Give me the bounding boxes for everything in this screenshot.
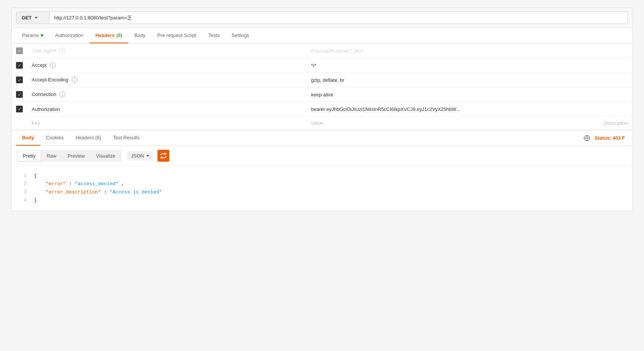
chevron-down-icon <box>35 17 38 19</box>
desc-cell: Description <box>576 117 632 130</box>
checkbox-checked[interactable]: ✓ <box>16 91 23 98</box>
check-cell: ✓ <box>12 87 27 102</box>
raw-button[interactable]: Raw <box>41 151 62 161</box>
value-cell: PostmanRuntime/7.29.0 <box>307 44 576 58</box>
check-cell: ✓ <box>12 102 27 117</box>
key-cell: Connection i <box>27 87 307 102</box>
table-row: ✓ User-Agent i PostmanRuntime/7.29.0 <box>12 44 632 58</box>
check-cell: ✓ <box>12 44 27 58</box>
format-select[interactable]: JSON <box>127 151 153 161</box>
table-row: ✓ Connection i keep-alive <box>12 87 632 102</box>
response-tab-cookies[interactable]: Cookies <box>40 130 70 146</box>
check-cell <box>12 117 27 130</box>
globe-icon[interactable] <box>584 135 590 142</box>
headers-badge: (8) <box>116 32 122 38</box>
response-tab-test-results[interactable]: Test Results <box>107 130 146 146</box>
checkbox-checked[interactable]: ✓ <box>16 77 23 83</box>
json-line-4: 4 } <box>19 196 625 205</box>
response-tabs: Body Cookies Headers (8) Test Results St… <box>12 130 632 146</box>
table-row: ✓ Authorization bearer eyJhbGciOiJIUzI1N… <box>12 102 632 117</box>
wrap-button[interactable] <box>157 150 169 162</box>
response-tab-headers[interactable]: Headers (8) <box>69 130 107 146</box>
status-badge: Status: 403 F <box>595 135 625 141</box>
main-container: GET Params Authorization Headers (8) Bod… <box>11 7 633 211</box>
table-row: ✓ Accept-Encoding i gzip, deflate, br <box>12 73 632 87</box>
table-row: ✓ Accept i */* <box>12 58 632 73</box>
format-bar: Pretty Raw Preview Visualize JSON <box>12 146 632 166</box>
key-cell: Authorization <box>27 102 307 117</box>
info-icon[interactable]: i <box>59 91 65 97</box>
tab-body[interactable]: Body <box>128 28 151 43</box>
response-tab-body[interactable]: Body <box>16 130 40 146</box>
tab-pre-request[interactable]: Pre-request Script <box>151 28 203 43</box>
key-cell: User-Agent i <box>27 44 307 58</box>
json-line-2: 2 "error" : "access_denied" , <box>19 180 625 188</box>
check-cell: ✓ <box>12 73 27 87</box>
wrap-icon <box>160 152 167 159</box>
checkbox-checked[interactable]: ✓ <box>16 47 23 54</box>
checkbox-checked[interactable]: ✓ <box>16 62 23 69</box>
empty-header-row: Key Value Description <box>12 117 632 130</box>
pretty-button[interactable]: Pretty <box>18 151 41 161</box>
value-cell: bearer eyJhbGciOiJIUzI1NiIsInR5cCI6IkpXV… <box>307 102 576 117</box>
headers-table: ✓ User-Agent i PostmanRuntime/7.29.0 ✓ A… <box>12 44 632 130</box>
key-cell: Accept-Encoding i <box>27 73 307 87</box>
check-cell: ✓ <box>12 58 27 73</box>
json-line-1: 1 { <box>19 172 625 180</box>
method-dropdown[interactable]: GET <box>16 12 50 24</box>
params-dot <box>41 34 43 37</box>
headers-section: ✓ User-Agent i PostmanRuntime/7.29.0 ✓ A… <box>12 44 632 130</box>
tab-params[interactable]: Params <box>16 28 49 43</box>
visualize-button[interactable]: Visualize <box>91 151 121 161</box>
tab-authorization[interactable]: Authorization <box>49 28 90 43</box>
view-buttons: Pretty Raw Preview Visualize <box>17 150 121 162</box>
url-bar: GET <box>12 8 632 28</box>
url-input[interactable] <box>50 12 628 24</box>
json-line-3: 3 "error_description" : "Access is denie… <box>19 188 625 196</box>
method-label: GET <box>22 15 32 21</box>
value-cell: keep-alive <box>307 87 576 102</box>
value-cell: Value <box>307 117 576 130</box>
checkbox-checked[interactable]: ✓ <box>16 106 23 112</box>
info-icon[interactable]: i <box>59 48 65 54</box>
key-cell: Key <box>27 117 307 130</box>
request-tabs: Params Authorization Headers (8) Body Pr… <box>12 28 632 44</box>
preview-button[interactable]: Preview <box>62 151 90 161</box>
tab-tests[interactable]: Tests <box>202 28 225 43</box>
info-icon[interactable]: i <box>50 62 56 68</box>
value-cell: gzip, deflate, br <box>307 73 576 87</box>
tab-headers[interactable]: Headers (8) <box>90 28 128 43</box>
tab-settings[interactable]: Settings <box>226 28 255 43</box>
chevron-down-icon <box>146 155 149 157</box>
status-info: Status: 403 F <box>584 135 628 142</box>
info-icon[interactable]: i <box>72 77 78 83</box>
key-cell: Accept i <box>27 58 307 73</box>
response-tabs-left: Body Cookies Headers (8) Test Results <box>16 130 146 146</box>
json-content: 1 { 2 "error" : "access_denied" , 3 "err… <box>12 166 632 211</box>
value-cell: */* <box>307 58 576 73</box>
